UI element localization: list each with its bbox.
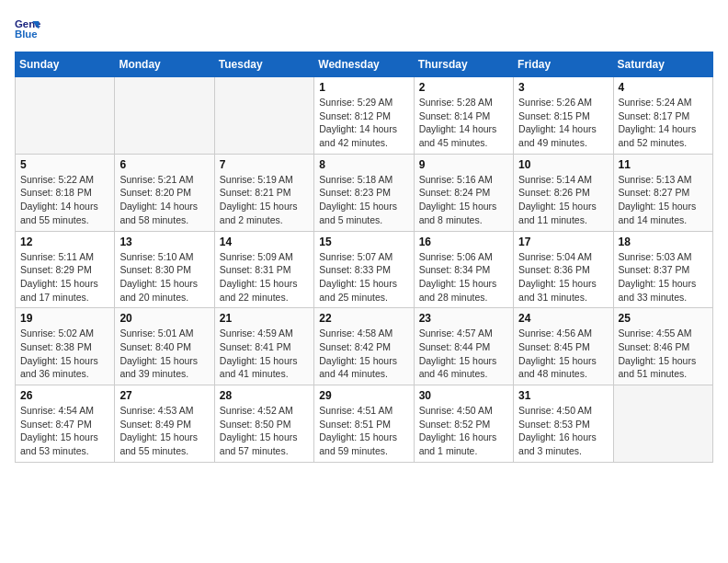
day-number: 20 bbox=[119, 312, 209, 325]
calendar-day-cell: 5Sunrise: 5:22 AM Sunset: 8:18 PM Daylig… bbox=[16, 154, 115, 231]
calendar-day-cell: 30Sunrise: 4:50 AM Sunset: 8:52 PM Dayli… bbox=[414, 385, 513, 463]
day-number: 4 bbox=[619, 81, 708, 94]
day-number: 12 bbox=[20, 236, 109, 248]
calendar-day-cell: 14Sunrise: 5:09 AM Sunset: 8:31 PM Dayli… bbox=[214, 231, 313, 308]
day-info: Sunrise: 4:58 AM Sunset: 8:42 PM Dayligh… bbox=[319, 327, 408, 381]
day-number: 29 bbox=[319, 389, 408, 402]
calendar-day-cell: 22Sunrise: 4:58 AM Sunset: 8:42 PM Dayli… bbox=[314, 308, 414, 385]
calendar-day-cell: 24Sunrise: 4:56 AM Sunset: 8:45 PM Dayli… bbox=[514, 308, 613, 385]
day-info: Sunrise: 5:22 AM Sunset: 8:18 PM Dayligh… bbox=[20, 173, 109, 227]
day-number: 17 bbox=[518, 236, 608, 248]
day-number: 25 bbox=[619, 312, 708, 325]
day-number: 27 bbox=[119, 389, 209, 402]
day-info: Sunrise: 5:10 AM Sunset: 8:30 PM Dayligh… bbox=[119, 250, 209, 304]
calendar-day-cell: 21Sunrise: 4:59 AM Sunset: 8:41 PM Dayli… bbox=[214, 308, 313, 385]
calendar-day-cell: 17Sunrise: 5:04 AM Sunset: 8:36 PM Dayli… bbox=[514, 231, 613, 308]
day-number: 16 bbox=[419, 236, 508, 248]
calendar-day-cell: 3Sunrise: 5:26 AM Sunset: 8:15 PM Daylig… bbox=[514, 77, 613, 155]
day-number: 5 bbox=[20, 158, 109, 171]
calendar-day-cell: 1Sunrise: 5:29 AM Sunset: 8:12 PM Daylig… bbox=[314, 77, 414, 155]
calendar-day-cell: 23Sunrise: 4:57 AM Sunset: 8:44 PM Dayli… bbox=[414, 308, 513, 385]
day-of-week-header: Monday bbox=[115, 52, 214, 77]
day-info: Sunrise: 5:03 AM Sunset: 8:37 PM Dayligh… bbox=[619, 250, 708, 304]
calendar-day-cell: 10Sunrise: 5:14 AM Sunset: 8:26 PM Dayli… bbox=[514, 154, 613, 231]
day-info: Sunrise: 5:07 AM Sunset: 8:33 PM Dayligh… bbox=[319, 250, 408, 304]
calendar-day-cell: 16Sunrise: 5:06 AM Sunset: 8:34 PM Dayli… bbox=[414, 231, 513, 308]
day-info: Sunrise: 4:52 AM Sunset: 8:50 PM Dayligh… bbox=[220, 404, 309, 458]
calendar-week-row: 12Sunrise: 5:11 AM Sunset: 8:29 PM Dayli… bbox=[16, 231, 713, 308]
day-of-week-header: Tuesday bbox=[214, 52, 313, 77]
day-of-week-header: Friday bbox=[514, 52, 613, 77]
day-info: Sunrise: 4:53 AM Sunset: 8:49 PM Dayligh… bbox=[119, 404, 209, 458]
calendar-day-cell: 7Sunrise: 5:19 AM Sunset: 8:21 PM Daylig… bbox=[214, 154, 313, 231]
logo: General Blue bbox=[15, 15, 40, 40]
day-info: Sunrise: 4:55 AM Sunset: 8:46 PM Dayligh… bbox=[619, 327, 708, 381]
calendar-day-cell: 4Sunrise: 5:24 AM Sunset: 8:17 PM Daylig… bbox=[613, 77, 712, 155]
day-number: 31 bbox=[518, 389, 608, 402]
day-info: Sunrise: 5:02 AM Sunset: 8:38 PM Dayligh… bbox=[20, 327, 109, 381]
day-number: 21 bbox=[220, 312, 309, 325]
day-info: Sunrise: 4:50 AM Sunset: 8:53 PM Dayligh… bbox=[518, 404, 608, 458]
calendar-week-row: 26Sunrise: 4:54 AM Sunset: 8:47 PM Dayli… bbox=[16, 385, 713, 463]
day-info: Sunrise: 5:06 AM Sunset: 8:34 PM Dayligh… bbox=[419, 250, 508, 304]
calendar-week-row: 5Sunrise: 5:22 AM Sunset: 8:18 PM Daylig… bbox=[16, 154, 713, 231]
calendar-day-cell: 12Sunrise: 5:11 AM Sunset: 8:29 PM Dayli… bbox=[16, 231, 115, 308]
calendar-day-cell: 2Sunrise: 5:28 AM Sunset: 8:14 PM Daylig… bbox=[414, 77, 513, 155]
calendar-day-cell: 11Sunrise: 5:13 AM Sunset: 8:27 PM Dayli… bbox=[613, 154, 712, 231]
day-info: Sunrise: 5:24 AM Sunset: 8:17 PM Dayligh… bbox=[619, 96, 708, 150]
svg-text:Blue: Blue bbox=[15, 29, 38, 40]
day-info: Sunrise: 5:16 AM Sunset: 8:24 PM Dayligh… bbox=[419, 173, 508, 227]
day-number: 30 bbox=[419, 389, 508, 402]
day-info: Sunrise: 5:26 AM Sunset: 8:15 PM Dayligh… bbox=[518, 96, 608, 150]
calendar-day-cell: 15Sunrise: 5:07 AM Sunset: 8:33 PM Dayli… bbox=[314, 231, 414, 308]
day-number: 14 bbox=[220, 236, 309, 248]
day-of-week-header: Thursday bbox=[414, 52, 513, 77]
calendar-day-cell: 25Sunrise: 4:55 AM Sunset: 8:46 PM Dayli… bbox=[613, 308, 712, 385]
day-number: 9 bbox=[419, 158, 508, 171]
calendar-day-cell: 27Sunrise: 4:53 AM Sunset: 8:49 PM Dayli… bbox=[115, 385, 214, 463]
day-number: 19 bbox=[20, 312, 109, 325]
logo-icon: General Blue bbox=[15, 15, 40, 40]
day-info: Sunrise: 5:14 AM Sunset: 8:26 PM Dayligh… bbox=[518, 173, 608, 227]
day-info: Sunrise: 5:04 AM Sunset: 8:36 PM Dayligh… bbox=[518, 250, 608, 304]
calendar-header-row: SundayMondayTuesdayWednesdayThursdayFrid… bbox=[16, 52, 713, 77]
day-number: 22 bbox=[319, 312, 408, 325]
day-number: 23 bbox=[419, 312, 508, 325]
day-number: 6 bbox=[119, 158, 209, 171]
calendar-day-cell: 28Sunrise: 4:52 AM Sunset: 8:50 PM Dayli… bbox=[214, 385, 313, 463]
day-info: Sunrise: 5:13 AM Sunset: 8:27 PM Dayligh… bbox=[619, 173, 708, 227]
day-info: Sunrise: 5:09 AM Sunset: 8:31 PM Dayligh… bbox=[220, 250, 309, 304]
day-number: 26 bbox=[20, 389, 109, 402]
day-info: Sunrise: 4:59 AM Sunset: 8:41 PM Dayligh… bbox=[220, 327, 309, 381]
day-number: 7 bbox=[220, 158, 309, 171]
calendar-table: SundayMondayTuesdayWednesdayThursdayFrid… bbox=[15, 52, 713, 463]
day-number: 1 bbox=[319, 81, 408, 94]
calendar-day-cell bbox=[16, 77, 115, 155]
day-info: Sunrise: 4:57 AM Sunset: 8:44 PM Dayligh… bbox=[419, 327, 508, 381]
day-info: Sunrise: 5:01 AM Sunset: 8:40 PM Dayligh… bbox=[119, 327, 209, 381]
calendar-day-cell: 8Sunrise: 5:18 AM Sunset: 8:23 PM Daylig… bbox=[314, 154, 414, 231]
day-info: Sunrise: 4:54 AM Sunset: 8:47 PM Dayligh… bbox=[20, 404, 109, 458]
calendar-day-cell bbox=[214, 77, 313, 155]
calendar-day-cell: 19Sunrise: 5:02 AM Sunset: 8:38 PM Dayli… bbox=[16, 308, 115, 385]
page-header: General Blue bbox=[15, 15, 713, 40]
day-number: 11 bbox=[619, 158, 708, 171]
calendar-day-cell bbox=[115, 77, 214, 155]
day-info: Sunrise: 5:11 AM Sunset: 8:29 PM Dayligh… bbox=[20, 250, 109, 304]
day-info: Sunrise: 5:21 AM Sunset: 8:20 PM Dayligh… bbox=[119, 173, 209, 227]
day-of-week-header: Saturday bbox=[613, 52, 712, 77]
calendar-day-cell: 20Sunrise: 5:01 AM Sunset: 8:40 PM Dayli… bbox=[115, 308, 214, 385]
calendar-day-cell: 18Sunrise: 5:03 AM Sunset: 8:37 PM Dayli… bbox=[613, 231, 712, 308]
day-number: 13 bbox=[119, 236, 209, 248]
day-of-week-header: Wednesday bbox=[314, 52, 414, 77]
day-number: 15 bbox=[319, 236, 408, 248]
day-number: 24 bbox=[518, 312, 608, 325]
day-info: Sunrise: 5:28 AM Sunset: 8:14 PM Dayligh… bbox=[419, 96, 508, 150]
day-info: Sunrise: 5:18 AM Sunset: 8:23 PM Dayligh… bbox=[319, 173, 408, 227]
calendar-day-cell: 31Sunrise: 4:50 AM Sunset: 8:53 PM Dayli… bbox=[514, 385, 613, 463]
calendar-week-row: 19Sunrise: 5:02 AM Sunset: 8:38 PM Dayli… bbox=[16, 308, 713, 385]
day-number: 8 bbox=[319, 158, 408, 171]
day-number: 2 bbox=[419, 81, 508, 94]
day-number: 10 bbox=[518, 158, 608, 171]
calendar-day-cell: 6Sunrise: 5:21 AM Sunset: 8:20 PM Daylig… bbox=[115, 154, 214, 231]
